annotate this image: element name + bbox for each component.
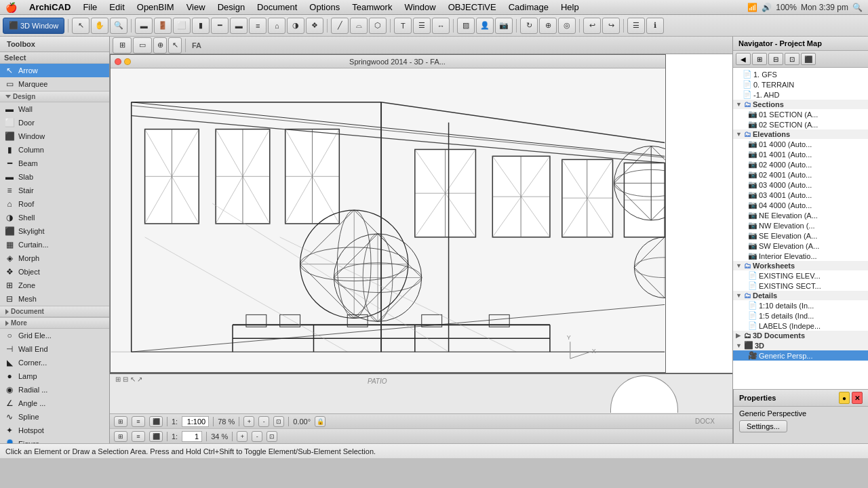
- 3d-expand-icon[interactable]: ▼: [736, 342, 743, 349]
- tb-label-tool[interactable]: ☰: [413, 18, 431, 34]
- tool-door[interactable]: ⬜ Door: [0, 116, 109, 129]
- tree-group-details[interactable]: ▼ 🗂 Details: [733, 291, 868, 300]
- menu-cadimage[interactable]: Cadimage: [503, 1, 554, 14]
- tb-poly-tool[interactable]: ⬡: [369, 18, 387, 34]
- tb-undo[interactable]: ↩: [583, 18, 601, 34]
- tree-group-elevations[interactable]: ▼ 🗂 Elevations: [733, 129, 868, 139]
- tool-morph[interactable]: ◈ Morph: [0, 251, 109, 265]
- status-btn-3[interactable]: ⬛: [149, 416, 163, 427]
- nav-btn-elevation[interactable]: ⊡: [785, 53, 800, 65]
- menu-window[interactable]: Window: [399, 1, 441, 14]
- tool-corner[interactable]: ◣ Corner...: [0, 356, 109, 369]
- tb-3d-orbit[interactable]: ◎: [558, 18, 576, 34]
- tool-angle[interactable]: ∠ Angle ...: [0, 396, 109, 410]
- tb-line-tool[interactable]: ╱: [331, 18, 349, 34]
- status-btn-6[interactable]: ⬛: [149, 431, 163, 442]
- scale-input-1[interactable]: [182, 416, 209, 427]
- tool-roof[interactable]: ⌂ Roof: [0, 197, 109, 211]
- tb-arrow-tool[interactable]: ↖: [72, 18, 90, 34]
- apple-logo-icon[interactable]: 🍎: [5, 2, 17, 13]
- viewport-plan[interactable]: ⊞ ⊟ ↖ ↗ PATIO: [110, 373, 732, 413]
- menu-teamwork[interactable]: Teamwork: [347, 1, 397, 14]
- tree-item-gfs[interactable]: 📄 1. GFS: [733, 69, 868, 79]
- tool-stair[interactable]: ≡ Stair: [0, 184, 109, 197]
- tb-window-tool[interactable]: ⬜: [173, 18, 191, 34]
- tree-item-elev01-4001[interactable]: 📷 01 4001 (Auto...: [733, 149, 868, 159]
- tool-curtain[interactable]: ▦ Curtain...: [0, 238, 109, 251]
- tree-item-elev03-4000[interactable]: 📷 03 4000 (Auto...: [733, 180, 868, 190]
- tree-group-3d[interactable]: ▼ ⬛ 3D: [733, 340, 868, 350]
- document-expand-icon[interactable]: [5, 309, 9, 314]
- status-btn-4[interactable]: ⊞: [114, 431, 127, 442]
- viewport-3d[interactable]: Springwood 2014 - 3D - FA...: [110, 54, 666, 373]
- menu-design[interactable]: Design: [212, 1, 250, 14]
- draw-btn-4[interactable]: ↖: [168, 37, 182, 54]
- tb-wall-tool[interactable]: ▬: [135, 18, 153, 34]
- design-expand-icon[interactable]: [5, 95, 11, 98]
- prop-close-btn[interactable]: ✕: [852, 392, 863, 404]
- tool-marquee[interactable]: ▭ Marquee: [0, 77, 109, 91]
- tb-layers[interactable]: ☰: [627, 18, 645, 34]
- draw-btn-3[interactable]: ⊕: [153, 37, 167, 54]
- menu-file[interactable]: File: [77, 1, 102, 14]
- tb-door-tool[interactable]: 🚪: [154, 18, 172, 34]
- tb-object-tool[interactable]: ❖: [306, 18, 323, 34]
- tb-stair-tool[interactable]: ≡: [249, 18, 267, 34]
- nav-btn-3d[interactable]: ⬛: [801, 53, 816, 65]
- menu-objective[interactable]: OBJECTiVE: [443, 1, 502, 14]
- tree-item-sw-elev[interactable]: 📷 SW Elevation (A...: [733, 241, 868, 251]
- more-expand-icon[interactable]: [5, 321, 9, 326]
- status-btn-1[interactable]: ⊞: [114, 416, 127, 427]
- tb-3d-rotate[interactable]: ↻: [520, 18, 538, 34]
- zoom-fit-btn[interactable]: ⊡: [273, 416, 284, 427]
- tb-shell-tool[interactable]: ◑: [287, 18, 304, 34]
- draw-btn-2[interactable]: ▭: [133, 37, 152, 54]
- tree-item-elev02-4000[interactable]: 📷 02 4000 (Auto...: [733, 159, 868, 169]
- plan-toolbar[interactable]: ⊞ ⊟ ↖ ↗: [115, 375, 142, 383]
- menu-edit[interactable]: Edit: [104, 1, 130, 14]
- tree-item-elev04-4000[interactable]: 📷 04 4000 (Auto...: [733, 200, 868, 210]
- tree-item-sec02[interactable]: 📷 02 SECTION (A...: [733, 119, 868, 129]
- zoom-fit-btn2[interactable]: ⊡: [267, 431, 277, 442]
- tb-pan-tool[interactable]: ✋: [91, 18, 108, 34]
- tb-beam-tool[interactable]: ━: [211, 18, 229, 34]
- tool-shell[interactable]: ◑ Shell: [0, 211, 109, 224]
- tree-item-detail-15[interactable]: 📄 1:5 details (Ind...: [733, 310, 868, 321]
- tool-wall[interactable]: ▬ Wall: [0, 102, 109, 116]
- tool-slab[interactable]: ▬ Slab: [0, 170, 109, 184]
- tree-item-sec01[interactable]: 📷 01 SECTION (A...: [733, 109, 868, 119]
- tree-item-existing-elev[interactable]: 📄 EXISTING ELEV...: [733, 270, 868, 281]
- zoom-in-btn2[interactable]: +: [237, 431, 248, 442]
- tree-item-se-elev[interactable]: 📷 SE Elevation (A...: [733, 230, 868, 241]
- tool-lamp[interactable]: ● Lamp: [0, 369, 109, 383]
- vp-close-button[interactable]: [115, 58, 121, 65]
- tb-roof-tool[interactable]: ⌂: [268, 18, 285, 34]
- tree-item-elev01-4000[interactable]: 📷 01 4000 (Auto...: [733, 139, 868, 149]
- tree-item-ne-elev[interactable]: 📷 NE Elevation (A...: [733, 210, 868, 220]
- zoom-in-btn[interactable]: +: [243, 416, 254, 427]
- angle-lock-btn[interactable]: 🔒: [315, 416, 326, 427]
- tool-beam[interactable]: ━ Beam: [0, 157, 109, 170]
- tool-figure[interactable]: 👤 Figure: [0, 437, 109, 443]
- tb-slab-tool[interactable]: ▬: [230, 18, 248, 34]
- tool-grid-ele[interactable]: ○ Grid Ele...: [0, 329, 109, 342]
- status-btn-2[interactable]: ≡: [132, 416, 145, 427]
- menu-archicad[interactable]: ArchiCAD: [24, 1, 76, 14]
- 3d-window-button[interactable]: ⬛ 3D Window: [3, 18, 64, 34]
- tb-redo[interactable]: ↪: [602, 18, 620, 34]
- tb-column-tool[interactable]: ▮: [192, 18, 210, 34]
- menu-openbim[interactable]: OpenBIM: [132, 1, 180, 14]
- tool-spline[interactable]: ∿ Spline: [0, 410, 109, 424]
- tool-mesh[interactable]: ⊟ Mesh: [0, 292, 109, 306]
- tool-zone[interactable]: ⊞ Zone: [0, 279, 109, 292]
- zoom-out-btn2[interactable]: -: [252, 431, 262, 442]
- zoom-out-btn[interactable]: -: [258, 416, 269, 427]
- nav-btn-back[interactable]: ◀: [736, 53, 751, 65]
- tree-item-ahd[interactable]: 📄 -1. AHD: [733, 89, 868, 100]
- status-btn-5[interactable]: ≡: [132, 431, 145, 442]
- tree-item-elev02-4001[interactable]: 📷 02 4001 (Auto...: [733, 169, 868, 180]
- tree-item-terrain[interactable]: 📄 0. TERRAIN: [733, 79, 868, 89]
- viewport[interactable]: Springwood 2014 - 3D - FA...: [110, 54, 732, 413]
- settings-button[interactable]: Settings...: [739, 420, 787, 432]
- tb-camera-tool[interactable]: 📷: [495, 18, 513, 34]
